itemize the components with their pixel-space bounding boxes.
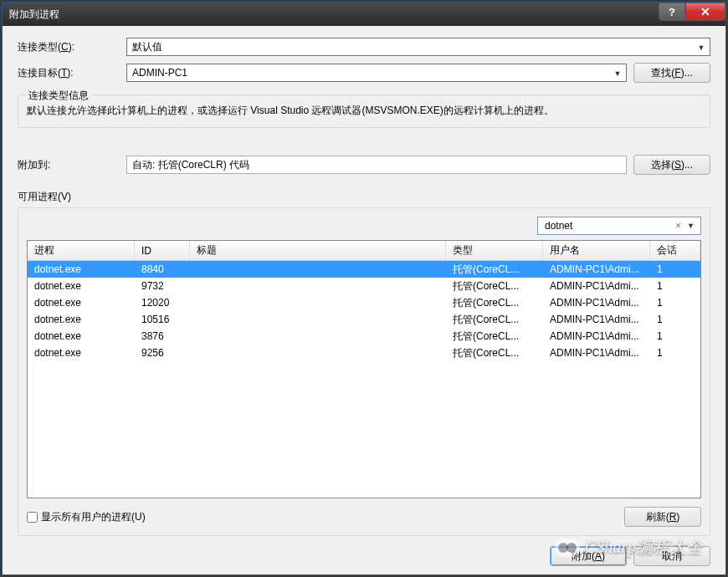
refresh-button[interactable]: 刷新(R) xyxy=(624,507,701,527)
table-cell: dotnet.exe xyxy=(28,297,135,309)
titlebar[interactable]: 附加到进程 ? ✕ xyxy=(3,3,725,26)
dialog-buttons: 附加(A) 取消 xyxy=(18,546,710,566)
table-cell: dotnet.exe xyxy=(28,314,135,325)
table-cell: 3876 xyxy=(135,330,190,342)
show-all-users-checkbox[interactable]: 显示所有用户的进程(U) xyxy=(27,510,618,524)
table-cell: dotnet.exe xyxy=(28,263,135,275)
table-row[interactable]: dotnet.exe3876托管(CoreCL...ADMIN-PC1\Admi… xyxy=(28,328,700,345)
table-cell: 1 xyxy=(650,263,700,275)
table-cell: ADMIN-PC1\Admi... xyxy=(543,297,650,309)
table-cell: 托管(CoreCL... xyxy=(446,263,543,277)
table-footer: 显示所有用户的进程(U) 刷新(R) xyxy=(27,507,701,527)
table-cell: ADMIN-PC1\Admi... xyxy=(543,280,650,292)
connection-info-text: 默认连接允许选择此计算机上的进程，或选择运行 Visual Studio 远程调… xyxy=(27,102,701,119)
chevron-down-icon[interactable]: ▼ xyxy=(684,222,697,230)
chevron-down-icon: ▼ xyxy=(695,41,708,54)
col-process[interactable]: 进程 xyxy=(28,241,135,260)
table-cell: dotnet.exe xyxy=(28,280,135,292)
table-row[interactable]: dotnet.exe8840托管(CoreCL...ADMIN-PC1\Admi… xyxy=(28,261,700,278)
close-button[interactable]: ✕ xyxy=(685,3,725,21)
table-row[interactable]: dotnet.exe9732托管(CoreCL...ADMIN-PC1\Admi… xyxy=(28,278,700,294)
table-body: dotnet.exe8840托管(CoreCL...ADMIN-PC1\Admi… xyxy=(28,261,700,498)
connection-info-title: 连接类型信息 xyxy=(25,89,92,103)
table-cell: 托管(CoreCL... xyxy=(446,279,543,294)
table-cell: ADMIN-PC1\Admi... xyxy=(543,347,650,359)
connection-type-label: 连接类型(C): xyxy=(18,40,126,54)
process-area: × ▼ 进程 ID 标题 类型 用户名 会话 dotnet.exe8840托管(… xyxy=(18,207,710,536)
connection-type-combo[interactable]: 默认值 ▼ xyxy=(126,38,710,56)
filter-row: × ▼ xyxy=(27,217,701,235)
table-cell: dotnet.exe xyxy=(28,330,135,342)
select-button[interactable]: 选择(S)... xyxy=(633,155,710,175)
table-cell: 9732 xyxy=(135,280,190,292)
table-row[interactable]: dotnet.exe12020托管(CoreCL...ADMIN-PC1\Adm… xyxy=(28,294,700,311)
table-cell: ADMIN-PC1\Admi... xyxy=(543,314,650,325)
connection-type-value: 默认值 xyxy=(132,40,162,54)
table-cell: dotnet.exe xyxy=(28,347,135,359)
attach-button[interactable]: 附加(A) xyxy=(550,546,627,566)
connection-target-value: ADMIN-PC1 xyxy=(132,67,187,79)
attach-to-row: 附加到: 自动: 托管(CoreCLR) 代码 选择(S)... xyxy=(18,155,710,175)
window-title: 附加到进程 xyxy=(9,8,659,22)
chevron-down-icon: ▼ xyxy=(611,67,624,80)
titlebar-buttons: ? ✕ xyxy=(659,3,725,21)
connection-target-combo[interactable]: ADMIN-PC1 ▼ xyxy=(126,64,627,82)
attach-to-label: 附加到: xyxy=(18,158,126,172)
col-user[interactable]: 用户名 xyxy=(543,241,650,260)
table-cell: 托管(CoreCL... xyxy=(446,346,543,360)
table-cell: 1 xyxy=(650,280,700,292)
show-all-users-input[interactable] xyxy=(27,512,38,523)
table-cell: 8840 xyxy=(135,263,190,275)
col-type[interactable]: 类型 xyxy=(446,241,543,260)
table-cell: 1 xyxy=(650,297,700,309)
help-button[interactable]: ? xyxy=(659,3,685,21)
table-cell: 10516 xyxy=(135,314,190,325)
attach-to-value: 自动: 托管(CoreCLR) 代码 xyxy=(126,156,627,174)
table-cell: 9256 xyxy=(135,347,190,359)
table-cell: 1 xyxy=(650,347,700,359)
dialog-window: 附加到进程 ? ✕ 连接类型(C): 默认值 ▼ 连接目标(T): ADMIN-… xyxy=(2,2,726,575)
table-cell: ADMIN-PC1\Admi... xyxy=(543,330,650,342)
connection-target-row: 连接目标(T): ADMIN-PC1 ▼ 查找(F)... xyxy=(18,63,710,83)
table-cell: 12020 xyxy=(135,297,190,309)
filter-box[interactable]: × ▼ xyxy=(537,217,701,235)
table-row[interactable]: dotnet.exe9256托管(CoreCL...ADMIN-PC1\Admi… xyxy=(28,345,700,361)
connection-target-label: 连接目标(T): xyxy=(18,66,126,80)
col-session[interactable]: 会话 xyxy=(650,241,700,260)
table-cell: 托管(CoreCL... xyxy=(446,313,543,327)
table-cell: 托管(CoreCL... xyxy=(446,296,543,310)
table-cell: 1 xyxy=(650,330,700,342)
connection-type-row: 连接类型(C): 默认值 ▼ xyxy=(18,38,710,56)
connection-info-group: 连接类型信息 默认连接允许选择此计算机上的进程，或选择运行 Visual Stu… xyxy=(18,94,710,128)
available-processes-label: 可用进程(V) xyxy=(18,190,710,204)
dialog-content: 连接类型(C): 默认值 ▼ 连接目标(T): ADMIN-PC1 ▼ 查找(F… xyxy=(3,26,725,574)
col-title[interactable]: 标题 xyxy=(190,241,446,260)
filter-input[interactable] xyxy=(543,219,672,232)
cancel-button[interactable]: 取消 xyxy=(633,546,710,566)
clear-filter-icon[interactable]: × xyxy=(672,220,684,232)
table-cell: ADMIN-PC1\Admi... xyxy=(543,263,650,275)
table-header: 进程 ID 标题 类型 用户名 会话 xyxy=(28,241,700,261)
table-cell: 托管(CoreCL... xyxy=(446,329,543,344)
col-id[interactable]: ID xyxy=(135,241,190,260)
find-button[interactable]: 查找(F)... xyxy=(633,63,710,83)
table-cell: 1 xyxy=(650,314,700,325)
process-table: 进程 ID 标题 类型 用户名 会话 dotnet.exe8840托管(Core… xyxy=(27,240,701,498)
table-row[interactable]: dotnet.exe10516托管(CoreCL...ADMIN-PC1\Adm… xyxy=(28,311,700,328)
